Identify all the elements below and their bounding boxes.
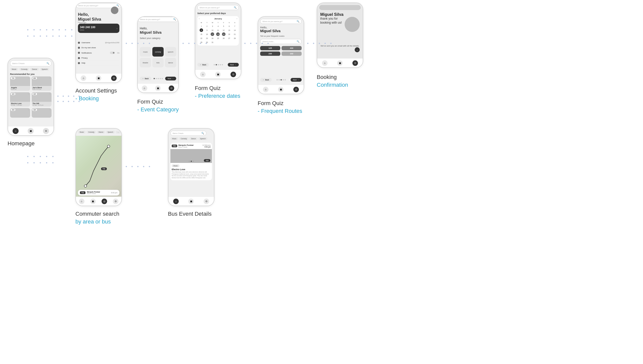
pd-day-19[interactable]: 19 <box>222 32 225 36</box>
cs-nav-map[interactable]: ◎ <box>102 199 107 204</box>
pd-day-7[interactable]: 7 <box>233 24 237 28</box>
as-nav-tickets[interactable]: ▣ <box>96 75 101 81</box>
hp-nav-profile[interactable]: ⊙ <box>43 128 49 134</box>
cs-nav-profile[interactable]: ⊙ <box>113 199 118 204</box>
pd-day-20[interactable]: 20 <box>227 32 231 36</box>
hp-card-thegift[interactable]: 120 ♡ The Gift 12 feb · 8:34 pm <box>32 92 52 107</box>
fq-nav-profile[interactable]: ⊙ <box>169 85 174 91</box>
be-filter-music[interactable]: Music <box>170 137 178 140</box>
bc-nav-profile[interactable]: ⊙ <box>352 60 358 66</box>
pd-back-button[interactable]: ← Back <box>197 63 209 67</box>
fr-route-chip-430[interactable]: 430 <box>282 46 302 50</box>
fr-route-chip-230[interactable]: 230 <box>260 52 280 56</box>
be-add-button[interactable]: Add <box>204 159 210 162</box>
pd-day-8[interactable]: 8 <box>200 28 203 32</box>
hp-card-5[interactable]: 319 ♡ <box>10 108 30 118</box>
be-filter-comedy[interactable]: Comedy <box>179 137 189 140</box>
pd-day-28[interactable]: 28 <box>233 36 237 40</box>
hp-card-fav-electrolove[interactable]: ♡ <box>28 93 29 95</box>
pd-nav-home[interactable]: ⌂ <box>200 72 206 77</box>
pd-day-2[interactable]: 2 <box>205 24 209 28</box>
pd-nav-tickets[interactable]: ▣ <box>215 72 221 77</box>
be-nav-tickets[interactable]: ▣ <box>188 199 194 204</box>
be-nav-home[interactable]: ⌂ <box>173 199 179 204</box>
pd-day-22[interactable]: 22 <box>200 36 203 40</box>
hp-search-bar[interactable]: Bairro Chiado 🔍 <box>10 60 52 66</box>
pd-day-4[interactable]: 4 <box>216 24 220 28</box>
pd-day-1[interactable]: 1 <box>200 24 203 28</box>
fr-nav-tickets[interactable]: ▣ <box>278 87 284 92</box>
as-menu-own-show[interactable]: Do my own show <box>78 45 119 50</box>
cs-nav-tickets[interactable]: ▣ <box>90 199 96 204</box>
pd-day-14[interactable]: 14 <box>233 28 237 32</box>
hp-card-6[interactable]: 120 ♡ <box>32 108 52 118</box>
hp-card-electrolove[interactable]: 124 ♡ Electro Love 12 feb · 5:34 pm <box>10 92 30 107</box>
as-menu-privacy[interactable]: Privacy <box>78 56 119 61</box>
pd-cal-prev[interactable]: ‹ <box>199 18 200 20</box>
as-menu-notifications[interactable]: Notifications On <box>78 50 119 56</box>
fq-back-button[interactable]: ← Back <box>140 77 151 80</box>
hp-nav-home[interactable]: ⌂ <box>13 128 19 134</box>
be-filter-speech[interactable]: Speech <box>198 137 207 140</box>
fr-route-chip-125[interactable]: 125 <box>260 46 280 50</box>
fq-cell-speech[interactable]: speech <box>165 47 176 57</box>
pd-day-21[interactable]: 21 <box>233 32 237 36</box>
fr-route-chip-102[interactable]: 102 <box>282 52 302 56</box>
cs-filter-comedy[interactable]: Comedy <box>86 131 96 133</box>
as-nav-profile[interactable]: ⊙ <box>111 75 117 81</box>
as-nav-home[interactable]: ⌂ <box>81 75 86 81</box>
pd-day-10[interactable]: 10 <box>211 28 214 32</box>
fq-cell-theatre[interactable]: theatre <box>140 58 151 67</box>
pd-day-24[interactable]: 24 <box>211 36 214 40</box>
hp-filter-dance[interactable]: Dance <box>30 68 39 71</box>
hp-card-angels[interactable]: 741 ♡ Angels 9:05 am <box>10 76 30 91</box>
cs-filter-speech[interactable]: Speech <box>106 131 115 133</box>
bc-arrow-button[interactable]: → <box>355 47 360 52</box>
pd-nav-profile[interactable]: ⊙ <box>231 72 236 77</box>
fr-search[interactable]: Where do you wanna go? 🔍 <box>260 19 302 24</box>
pd-day-17[interactable]: 17 <box>211 32 214 36</box>
pd-day-31[interactable]: 31 <box>211 40 214 44</box>
cs-nav-home[interactable]: ⌂ <box>79 199 84 204</box>
cs-filter-more[interactable]: … <box>116 131 121 133</box>
as-card[interactable]: 340 240 100 20/21 › <box>78 24 119 33</box>
pd-day-15[interactable]: 15 <box>200 32 203 36</box>
fr-next-button[interactable]: Next → <box>291 78 302 82</box>
hp-card-fav-angels[interactable]: ♡ <box>28 77 29 79</box>
hp-filter-music[interactable]: Music <box>10 68 18 71</box>
pd-day-16[interactable]: 16 <box>205 32 209 36</box>
pd-next-button[interactable]: Next → <box>228 63 239 67</box>
fr-nav-home[interactable]: ⌂ <box>263 87 268 92</box>
pd-day-23[interactable]: 23 <box>205 36 209 40</box>
fq-cell-comedy[interactable]: comedy <box>152 47 164 57</box>
bc-search[interactable] <box>319 5 361 10</box>
fq-next-button[interactable]: Next → <box>165 77 176 80</box>
cs-filter-dance[interactable]: Dance <box>97 131 105 133</box>
be-filter-dance[interactable]: Dance <box>189 137 198 140</box>
bc-nav-tickets[interactable]: ▣ <box>337 60 343 66</box>
fq-nav-tickets[interactable]: ▣ <box>155 85 161 91</box>
fq-search[interactable]: Where do you wanna go? 🔍 <box>138 17 178 22</box>
as-notifications-toggle[interactable] <box>110 52 115 54</box>
be-search[interactable]: Bairro Chiado 🔍 <box>170 131 206 136</box>
pd-day-26[interactable]: 26 <box>222 36 225 40</box>
hp-card-fav-thegift[interactable]: ♡ <box>49 93 51 95</box>
fr-back-button[interactable]: ← Back <box>260 78 272 82</box>
pd-day-25[interactable]: 25 <box>216 36 220 40</box>
bc-nav-home[interactable]: ⌂ <box>322 60 328 66</box>
hp-nav-tickets[interactable]: ▣ <box>28 128 34 134</box>
fq-cell-dance[interactable]: dance <box>165 58 176 67</box>
pd-day-6[interactable]: 6 <box>227 24 231 28</box>
as-menu-help[interactable]: Help <box>78 61 119 66</box>
pd-day-18[interactable]: 18 <box>216 32 220 36</box>
hp-card-joesband[interactable]: 230 ♡ Joe's Band 9:05 4:41 pm <box>32 76 52 91</box>
hp-filter-comedy[interactable]: Comedy <box>19 68 29 71</box>
pd-search[interactable]: Where do you wanna go? 🔍 <box>197 5 239 10</box>
pd-day-13[interactable]: 13 <box>227 28 231 32</box>
hp-filter-speech[interactable]: Speech <box>40 68 50 71</box>
pd-day-27[interactable]: 27 <box>227 36 231 40</box>
be-nav-profile[interactable]: ⊙ <box>204 199 209 204</box>
fq-cell-kids[interactable]: kids <box>152 58 164 67</box>
pd-day-3[interactable]: 3 <box>211 24 214 28</box>
fq-cell-music[interactable]: music <box>140 47 151 57</box>
